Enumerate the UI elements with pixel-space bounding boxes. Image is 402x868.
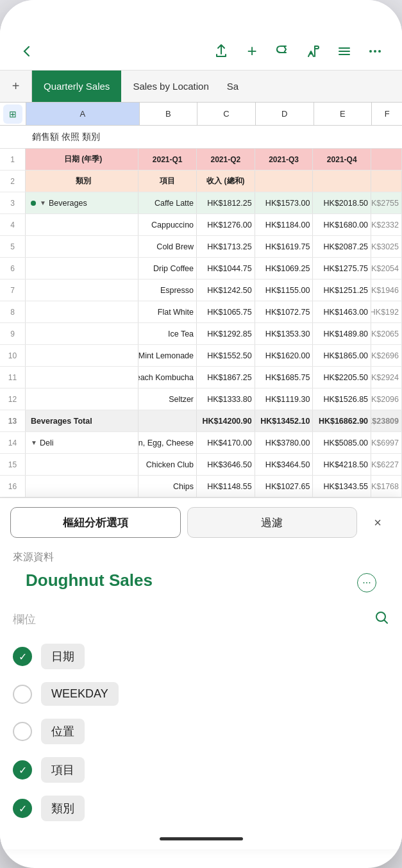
- cell-2-d[interactable]: [255, 171, 314, 192]
- cell-5-e[interactable]: HK$2087.25: [313, 236, 371, 257]
- cell-14-b[interactable]: Bacon, Egg, Cheese: [138, 432, 197, 453]
- field-checkbox-date[interactable]: ✓: [13, 647, 32, 666]
- cell-16-d[interactable]: HK$1027.65: [255, 476, 314, 497]
- close-panel-button[interactable]: ×: [364, 508, 392, 537]
- col-header-d[interactable]: D: [255, 103, 314, 125]
- add-sheet-button[interactable]: +: [238, 37, 266, 65]
- cell-3-a[interactable]: ▼Beverages: [26, 192, 138, 213]
- cell-7-b[interactable]: Espresso: [138, 280, 197, 301]
- cell-8-c[interactable]: HK$1065.75: [197, 301, 255, 322]
- share-button[interactable]: [207, 37, 235, 65]
- cell-12-c[interactable]: HK$1333.80: [197, 388, 255, 410]
- cell-3-c[interactable]: HK$1812.25: [197, 192, 255, 213]
- cell-14-c[interactable]: HK$4170.00: [197, 432, 255, 453]
- cell-15-c[interactable]: HK$3646.50: [197, 454, 255, 475]
- field-chip-weekday[interactable]: WEEKDAY: [41, 682, 119, 706]
- cell-8-d[interactable]: HK$1072.75: [255, 301, 314, 322]
- cell-13-c[interactable]: HK$14200.90: [197, 410, 255, 431]
- back-button[interactable]: [13, 37, 41, 65]
- col-header-e[interactable]: E: [314, 103, 372, 125]
- cell-13-a[interactable]: Beverages Total: [26, 410, 138, 431]
- cell-7-c[interactable]: HK$1242.50: [197, 280, 255, 301]
- cell-6-b[interactable]: Drip Coffee: [138, 258, 197, 279]
- field-chip-date[interactable]: 日期: [41, 644, 85, 669]
- cell-14-e[interactable]: HK$5085.00: [313, 432, 371, 453]
- cell-1-c[interactable]: 2021-Q2: [197, 149, 255, 170]
- cell-7-e[interactable]: HK$1251.25: [313, 280, 371, 301]
- col-header-b[interactable]: B: [139, 103, 197, 125]
- cell-16-e[interactable]: HK$1343.55: [313, 476, 371, 497]
- cell-13-e[interactable]: HK$16862.90: [313, 410, 371, 431]
- field-checkbox-weekday[interactable]: [13, 685, 32, 704]
- field-chip-category[interactable]: 類別: [41, 796, 85, 821]
- cell-15-b[interactable]: Chicken Club: [138, 454, 197, 475]
- cell-10-b[interactable]: Mint Lemonade: [138, 345, 197, 366]
- col-header-a[interactable]: A: [26, 103, 139, 125]
- cell-14-d[interactable]: HK$3780.00: [255, 432, 314, 453]
- cell-10-a[interactable]: [26, 345, 138, 366]
- source-more-button[interactable]: ···: [357, 573, 376, 592]
- cell-1-d[interactable]: 2021-Q3: [255, 149, 314, 170]
- add-sheet-tab-button[interactable]: +: [0, 71, 32, 102]
- field-checkbox-category[interactable]: ✓: [13, 799, 32, 818]
- cell-1-b[interactable]: 2021-Q1: [138, 149, 197, 170]
- pivot-options-tab[interactable]: 樞紐分析選項: [10, 507, 181, 538]
- cell-2-a[interactable]: 類別: [26, 171, 138, 192]
- cell-4-a[interactable]: [26, 214, 138, 235]
- cell-1-e[interactable]: 2021-Q4: [313, 149, 371, 170]
- menu-button[interactable]: [330, 37, 358, 65]
- cell-15-d[interactable]: HK$3464.50: [255, 454, 314, 475]
- cell-15-e[interactable]: HK$4218.50: [313, 454, 371, 475]
- field-checkbox-location[interactable]: [13, 722, 32, 741]
- cell-16-a[interactable]: [26, 476, 138, 497]
- cell-13-b[interactable]: [138, 410, 197, 431]
- field-search-icon[interactable]: [374, 610, 389, 628]
- grid-icon[interactable]: ⊞: [3, 104, 22, 124]
- cell-11-e[interactable]: HK$2205.50: [313, 367, 371, 388]
- cell-15-a[interactable]: [26, 454, 138, 475]
- cell-7-a[interactable]: [26, 280, 138, 301]
- cell-9-a[interactable]: [26, 323, 138, 344]
- cell-11-d[interactable]: HK$1685.75: [255, 367, 314, 388]
- cell-5-b[interactable]: Cold Brew: [138, 236, 197, 257]
- cell-10-e[interactable]: HK$1865.00: [313, 345, 371, 366]
- cell-1-a[interactable]: 日期 (年季): [26, 149, 138, 170]
- cell-9-c[interactable]: HK$1292.85: [197, 323, 255, 344]
- tab-partial[interactable]: Sa: [221, 71, 245, 102]
- cell-3-b[interactable]: Caffe Latte: [138, 192, 197, 213]
- cell-6-d[interactable]: HK$1069.25: [255, 258, 314, 279]
- col-header-c[interactable]: C: [197, 103, 255, 125]
- tab-sales-by-location[interactable]: Sales by Location: [121, 71, 220, 102]
- cell-9-e[interactable]: HK$1489.80: [313, 323, 371, 344]
- cell-11-c[interactable]: HK$1867.25: [197, 367, 255, 388]
- cell-4-b[interactable]: Cappuccino: [138, 214, 197, 235]
- cell-16-c[interactable]: HK$1148.55: [197, 476, 255, 497]
- cell-2-c[interactable]: 收入 (總和): [197, 171, 255, 192]
- cell-6-e[interactable]: HK$1275.75: [313, 258, 371, 279]
- cell-3-e[interactable]: HK$2018.50: [313, 192, 371, 213]
- cell-10-d[interactable]: HK$1620.00: [255, 345, 314, 366]
- cell-5-c[interactable]: HK$1713.25: [197, 236, 255, 257]
- field-chip-item[interactable]: 項目: [41, 757, 85, 783]
- cell-16-b[interactable]: Chips: [138, 476, 197, 497]
- cell-5-a[interactable]: [26, 236, 138, 257]
- cell-12-d[interactable]: HK$1119.30: [255, 388, 314, 410]
- cell-8-a[interactable]: [26, 301, 138, 322]
- cell-6-a[interactable]: [26, 258, 138, 279]
- cell-2-b[interactable]: 項目: [138, 171, 197, 192]
- cell-13-d[interactable]: HK$13452.10: [255, 410, 314, 431]
- cell-3-d[interactable]: HK$1573.00: [255, 192, 314, 213]
- cell-12-b[interactable]: Seltzer: [138, 388, 197, 410]
- field-checkbox-item[interactable]: ✓: [13, 760, 32, 780]
- cell-11-a[interactable]: [26, 367, 138, 388]
- cell-2-e[interactable]: [313, 171, 371, 192]
- cell-6-c[interactable]: HK$1044.75: [197, 258, 255, 279]
- cell-8-e[interactable]: HK$1463.00: [313, 301, 371, 322]
- cell-5-d[interactable]: HK$1619.75: [255, 236, 314, 257]
- field-chip-location[interactable]: 位置: [41, 719, 85, 744]
- filter-tab[interactable]: 過濾: [187, 507, 358, 538]
- cell-14-a[interactable]: ▼Deli: [26, 432, 138, 453]
- cell-10-c[interactable]: HK$1552.50: [197, 345, 255, 366]
- more-button[interactable]: [361, 37, 389, 65]
- cell-11-b[interactable]: Peach Kombucha: [138, 367, 197, 388]
